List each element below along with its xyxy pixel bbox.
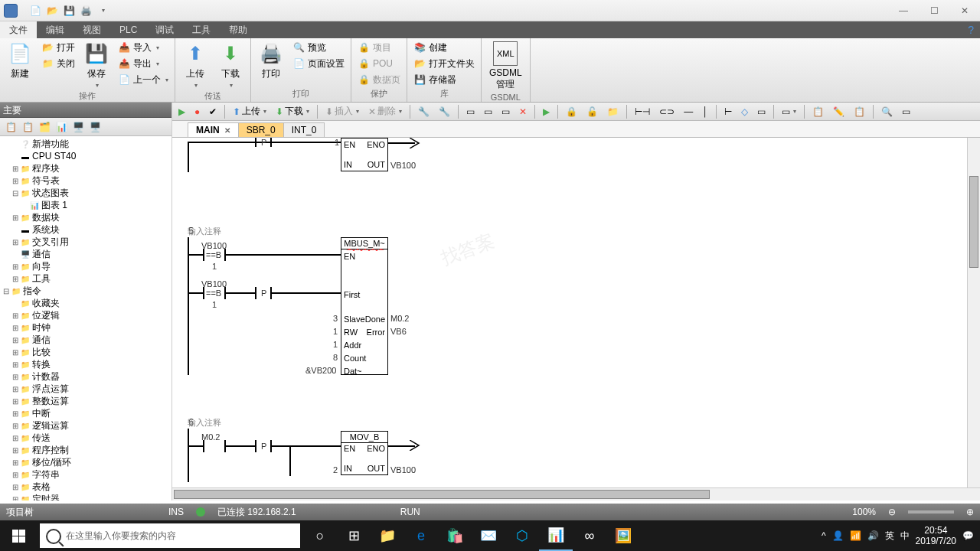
menu-edit[interactable]: 编辑 — [37, 21, 74, 38]
close-tab-icon[interactable]: ✕ — [224, 126, 230, 135]
menu-tool[interactable]: 工具 — [183, 21, 220, 38]
compile-button[interactable]: ✔ — [206, 104, 220, 119]
et-download-button[interactable]: ⬇下载▾ — [273, 104, 312, 119]
qat-new-icon[interactable]: 📄 — [28, 3, 43, 18]
app-icon-3[interactable]: ∞ — [573, 520, 606, 551]
close-button[interactable]: ✕ — [949, 2, 980, 19]
export-button[interactable]: 📤导出▾ — [115, 56, 172, 71]
tab-sbr0[interactable]: SBR_0 — [238, 122, 284, 137]
tree-cpu[interactable]: ▬CPU ST40 — [2, 150, 170, 162]
tree-program-ctrl[interactable]: ⊞📁程序控制 — [2, 444, 170, 456]
tree-clock[interactable]: ⊞📁时钟 — [2, 321, 170, 334]
tray-notifications-icon[interactable]: 💬 — [962, 530, 974, 541]
tray-lang[interactable]: 英 — [885, 530, 894, 543]
new-button[interactable]: 📄新建 — [3, 40, 37, 82]
et-delete-button[interactable]: ✕删除▾ — [365, 104, 405, 119]
import-button[interactable]: 📥导入▾ — [115, 40, 172, 55]
minimize-button[interactable]: — — [888, 2, 919, 19]
open-lib-button[interactable]: 📂打开文件夹 — [410, 56, 478, 71]
et-upload-button[interactable]: ⬆上传▾ — [230, 104, 270, 119]
preview-button[interactable]: 🔍预览 — [289, 40, 348, 55]
tree-system-block[interactable]: ▬系统块 — [2, 223, 170, 236]
save-button[interactable]: 💾保存▾ — [80, 40, 113, 90]
project-tree[interactable]: ❔新增功能 ▬CPU ST40 ⊞📁程序块 ⊞📁符号表 ⊟📁状态图表 📊图表 1… — [0, 136, 172, 500]
ladder-canvas[interactable]: P EN ENO IN OUT 1 VB100 5 输入注释 VB100 ==B — [172, 138, 980, 500]
tree-tool[interactable]: ⊞📁工具 — [2, 272, 170, 285]
zoom-slider[interactable] — [908, 510, 954, 514]
store-icon[interactable]: 🛍️ — [438, 520, 472, 551]
et-branch-icon[interactable]: ⊢ — [721, 104, 735, 119]
menu-file[interactable]: 文件 — [0, 21, 37, 38]
horizontal-scrollbar[interactable] — [172, 487, 980, 500]
qat-open-icon[interactable]: 📂 — [44, 3, 60, 18]
cortana-icon[interactable]: ○ — [303, 520, 337, 551]
rung-5-comment[interactable]: 输入注释 — [188, 226, 221, 237]
tree-logic[interactable]: ⊞📁逻辑运算 — [2, 419, 170, 432]
tree-comm2[interactable]: ⊞📁通信 — [2, 334, 170, 346]
maximize-button[interactable]: ☐ — [919, 2, 949, 19]
tb-icon-3[interactable]: 🗂️ — [37, 119, 52, 135]
tree-transfer[interactable]: ⊞📁传送 — [2, 432, 170, 444]
tray-volume-icon[interactable]: 🔊 — [867, 530, 879, 541]
et-line-h-icon[interactable]: — — [681, 104, 696, 119]
et-tool-7[interactable]: ▶ — [540, 104, 553, 119]
menu-view[interactable]: 视图 — [74, 21, 110, 38]
et-tool-10[interactable]: 📁 — [604, 104, 622, 119]
tree-counter[interactable]: ⊞📁计数器 — [2, 370, 170, 383]
app-icon-1[interactable]: ⬡ — [505, 520, 539, 551]
open-button[interactable]: 📂打开 — [38, 40, 78, 55]
tree-compare[interactable]: ⊞📁比较 — [2, 346, 170, 358]
et-tool-17[interactable]: ▭ — [899, 104, 913, 119]
tb-icon-1[interactable]: 📋 — [3, 119, 18, 135]
tb-icon-6[interactable]: 🖥️ — [87, 119, 103, 135]
help-icon[interactable]: ? — [968, 24, 974, 36]
tray-up-icon[interactable]: ^ — [822, 530, 826, 541]
et-coil-icon[interactable]: ⊂⊃ — [656, 104, 678, 119]
download-button[interactable]: ⬇下载▾ — [214, 40, 247, 90]
tree-chart1[interactable]: 📊图表 1 — [2, 199, 170, 211]
et-tool-4[interactable]: ▭ — [481, 104, 495, 119]
menu-plc[interactable]: PLC — [110, 21, 146, 38]
et-tool-9[interactable]: 🔓 — [583, 104, 601, 119]
et-insert-button[interactable]: ⬇插入▾ — [322, 104, 362, 119]
datapage-button[interactable]: 🔒数据页 — [354, 72, 403, 87]
qat-print-icon[interactable]: 🖨️ — [78, 3, 93, 18]
create-button[interactable]: 📚创建 — [410, 40, 478, 55]
mov-box-top[interactable]: EN ENO IN OUT — [341, 138, 388, 171]
et-tool-15[interactable]: 📋 — [851, 104, 868, 119]
et-line-v-icon[interactable]: │ — [699, 104, 711, 119]
qat-dropdown-icon[interactable]: ▾ — [95, 3, 110, 18]
tree-favorite[interactable]: 📁收藏夹 — [2, 297, 170, 309]
page-setup-button[interactable]: 📄页面设置 — [289, 56, 348, 71]
et-tool-14[interactable]: ✏️ — [830, 104, 848, 119]
menu-help[interactable]: 帮助 — [220, 21, 256, 38]
mail-icon[interactable]: ✉️ — [472, 520, 505, 551]
zoom-in-button[interactable]: ⊕ — [966, 507, 974, 517]
tray-people-icon[interactable]: 👤 — [832, 530, 844, 541]
tree-timer[interactable]: ⊞📁定时器 — [2, 493, 170, 500]
storage-button[interactable]: 💾存储器 — [410, 72, 478, 87]
et-tool-12[interactable]: ▭▾ — [779, 104, 799, 119]
print-button[interactable]: 🖨️打印 — [254, 40, 288, 82]
et-contact-icon[interactable]: ⊢⊣ — [632, 104, 653, 119]
project-button[interactable]: 🔒项目 — [354, 40, 403, 55]
gsdml-button[interactable]: XMLGSDML 管理 — [485, 40, 527, 93]
qat-save-icon[interactable]: 💾 — [61, 3, 77, 18]
mbus-box[interactable]: MBUS_M~ EN First Slave Done RW Error Add… — [341, 237, 388, 375]
tray-ime[interactable]: 中 — [900, 530, 910, 543]
tb-icon-4[interactable]: 📊 — [54, 119, 69, 135]
tray-network-icon[interactable]: 📶 — [850, 530, 861, 541]
et-tool-3[interactable]: ▭ — [463, 104, 478, 119]
tree-instruction[interactable]: ⊟📁指令 — [2, 285, 170, 297]
run-button[interactable]: ▶ — [175, 104, 188, 119]
tree-interrupt[interactable]: ⊞📁中断 — [2, 407, 170, 419]
app-menu-button[interactable] — [0, 0, 21, 21]
tree-new-func[interactable]: ❔新增功能 — [2, 138, 170, 150]
tree-string[interactable]: ⊞📁字符串 — [2, 468, 170, 481]
et-tool-8[interactable]: 🔒 — [563, 104, 580, 119]
et-tool-5[interactable]: ▭ — [498, 104, 513, 119]
tree-wizard[interactable]: ⊞📁向导 — [2, 260, 170, 272]
tree-bit-logic[interactable]: ⊞📁位逻辑 — [2, 309, 170, 321]
et-tool-13[interactable]: 📋 — [809, 104, 827, 119]
tree-comm[interactable]: 🖥️通信 — [2, 248, 170, 260]
